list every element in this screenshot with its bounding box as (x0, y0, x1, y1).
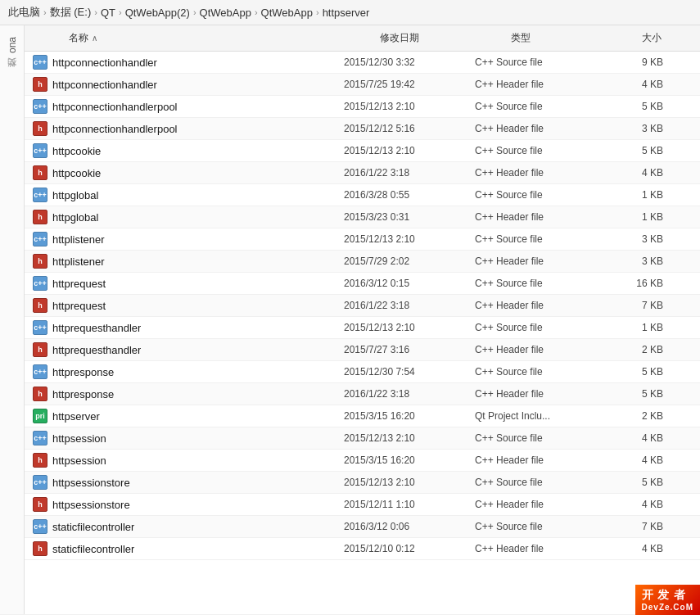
file-name: httpsession (52, 432, 106, 445)
file-name-cell: h staticfilecontroller (33, 541, 344, 556)
file-name: httpsessionstore (52, 499, 130, 511)
file-name: httpsession (52, 454, 106, 467)
table-row[interactable]: h httplistener 2015/7/29 2:02 C++ Header… (25, 251, 700, 273)
file-date: 2015/12/13 2:10 (344, 145, 475, 156)
table-row[interactable]: c++ httprequest 2016/3/12 0:15 C++ Sourc… (25, 273, 700, 295)
breadcrumb-item-3[interactable]: QtWebApp(2) (125, 7, 190, 19)
breadcrumb-sep: › (255, 7, 258, 17)
table-row[interactable]: c++ httprequesthandler 2015/12/13 2:10 C… (25, 317, 700, 339)
file-date: 2015/3/23 0:31 (344, 211, 475, 223)
file-type-icon: c++ (33, 188, 47, 202)
file-type-label: C++ Source file (475, 57, 606, 68)
table-row[interactable]: c++ httpglobal 2016/3/28 0:55 C++ Source… (25, 184, 700, 206)
file-name: httplistener (52, 233, 105, 246)
file-name-cell: pri httpserver (33, 409, 344, 423)
file-name: httpglobal (52, 211, 98, 224)
file-size: 3 KB (606, 123, 671, 134)
breadcrumb-item-2[interactable]: QT (101, 7, 115, 19)
table-row[interactable]: h httpsessionstore 2015/12/11 1:10 C++ H… (25, 494, 700, 516)
file-type-icon: h (33, 254, 47, 269)
table-row[interactable]: c++ httpconnectionhandler 2015/12/30 3:3… (25, 52, 700, 74)
file-type-icon: c++ (33, 431, 47, 445)
file-name: staticfilecontroller (52, 521, 134, 533)
file-type-icon: h (33, 541, 47, 556)
file-name-cell: h httpconnectionhandlerpool (33, 121, 344, 136)
file-date: 2016/1/22 3:18 (344, 388, 475, 400)
file-date: 2015/12/12 5:16 (344, 123, 475, 134)
file-type-label: C++ Source file (475, 322, 606, 333)
file-name-cell: c++ httpresponse (33, 364, 344, 379)
file-type-label: C++ Header file (475, 388, 606, 400)
breadcrumb-item-4[interactable]: QtWebApp (200, 7, 251, 19)
table-row[interactable]: h httprequest 2016/1/22 3:18 C++ Header … (25, 295, 700, 317)
file-type-label: C++ Header file (475, 454, 606, 466)
file-size: 2 KB (606, 410, 671, 422)
file-size: 7 KB (606, 521, 671, 532)
table-row[interactable]: h httpsession 2015/3/15 16:20 C++ Header… (25, 450, 700, 472)
file-date: 2015/12/13 2:10 (344, 322, 475, 333)
file-type-icon: c++ (33, 232, 47, 246)
file-type-label: C++ Header file (475, 543, 606, 554)
file-name-cell: h httplistener (33, 254, 344, 269)
breadcrumb-item-6[interactable]: httpserver (323, 7, 370, 19)
breadcrumb-item-1[interactable]: 数据 (E:) (50, 5, 92, 20)
file-type-label: C++ Source file (475, 101, 606, 112)
file-name-cell: h httpconnectionhandler (33, 77, 344, 92)
table-row[interactable]: h staticfilecontroller 2015/12/10 0:12 C… (25, 538, 700, 560)
table-row[interactable]: h httpcookie 2016/1/22 3:18 C++ Header f… (25, 162, 700, 184)
sidebar-label1: ona (7, 37, 18, 53)
file-name: httpserver (52, 410, 100, 423)
file-name-cell: c++ httpsession (33, 431, 344, 445)
table-row[interactable]: c++ staticfilecontroller 2016/3/12 0:06 … (25, 516, 700, 538)
file-list-area[interactable]: 名称 ∧ 修改日期 类型 大小 c++ httpconnectionhandle… (25, 25, 700, 614)
file-type-label: C++ Source file (475, 366, 606, 378)
col-type-header[interactable]: 类型 (508, 29, 639, 47)
table-row[interactable]: c++ httpsession 2015/12/13 2:10 C++ Sour… (25, 427, 700, 450)
file-name: httprequesthandler (52, 344, 141, 356)
watermark-line1: 开 发 者 (642, 588, 687, 601)
file-size: 5 KB (606, 101, 671, 112)
table-row[interactable]: h httpconnectionhandlerpool 2015/12/12 5… (25, 118, 700, 140)
table-row[interactable]: h httprequesthandler 2015/7/27 3:16 C++ … (25, 339, 700, 361)
breadcrumb-item-5[interactable]: QtWebApp (261, 7, 313, 19)
breadcrumb-sep: › (94, 7, 97, 17)
table-row[interactable]: h httpresponse 2016/1/22 3:18 C++ Header… (25, 383, 700, 405)
file-size: 1 KB (606, 189, 671, 201)
file-date: 2016/3/12 0:15 (344, 278, 475, 289)
file-date: 2016/3/12 0:06 (344, 521, 475, 532)
table-row[interactable]: h httpconnectionhandler 2015/7/25 19:42 … (25, 74, 700, 96)
watermark: 开 发 者 DevZe.CoM (635, 585, 700, 615)
table-row[interactable]: c++ httpconnectionhandlerpool 2015/12/13… (25, 96, 700, 118)
col-date-header[interactable]: 修改日期 (377, 29, 508, 47)
file-name: staticfilecontroller (52, 543, 134, 555)
breadcrumb-item-0[interactable]: 此电脑 (8, 5, 40, 20)
table-row[interactable]: h httpglobal 2015/3/23 0:31 C++ Header f… (25, 206, 700, 228)
file-name: httpconnectionhandler (52, 79, 157, 91)
file-date: 2015/7/25 19:42 (344, 79, 475, 90)
file-size: 4 KB (606, 167, 671, 179)
file-type-label: C++ Header file (475, 79, 606, 90)
col-size-header[interactable]: 大小 (639, 29, 700, 47)
file-name-cell: c++ httprequest (33, 276, 344, 291)
breadcrumb-sep: › (316, 7, 319, 17)
file-date: 2015/3/15 16:20 (344, 410, 475, 422)
file-name: httpglobal (52, 189, 98, 201)
table-row[interactable]: c++ httplistener 2015/12/13 2:10 C++ Sou… (25, 228, 700, 251)
file-date: 2015/12/30 3:32 (344, 57, 475, 68)
file-type-icon: c++ (33, 320, 47, 335)
table-row[interactable]: c++ httpresponse 2015/12/30 7:54 C++ Sou… (25, 361, 700, 383)
table-row[interactable]: c++ httpcookie 2015/12/13 2:10 C++ Sourc… (25, 140, 700, 162)
table-row[interactable]: pri httpserver 2015/3/15 16:20 Qt Projec… (25, 405, 700, 427)
file-date: 2016/1/22 3:18 (344, 167, 475, 179)
file-date: 2016/3/28 0:55 (344, 189, 475, 201)
file-name-cell: c++ httpglobal (33, 188, 344, 202)
col-name-header[interactable]: 名称 ∧ (65, 29, 377, 47)
file-name: httpconnectionhandlerpool (52, 123, 178, 135)
file-size: 3 KB (606, 233, 671, 245)
file-type-icon: h (33, 497, 47, 512)
file-size: 3 KB (606, 255, 671, 267)
file-type-icon: pri (33, 409, 47, 423)
file-type-icon: c++ (33, 143, 47, 158)
file-name-cell: h httpsessionstore (33, 497, 344, 512)
table-row[interactable]: c++ httpsessionstore 2015/12/13 2:10 C++… (25, 472, 700, 494)
